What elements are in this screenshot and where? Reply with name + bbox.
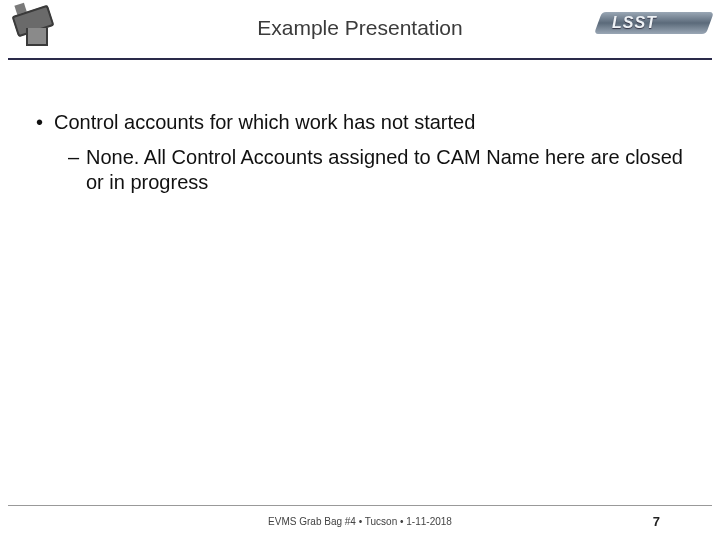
lsst-logo: LSST [598,12,710,42]
bullet-level-2: None. All Control Accounts assigned to C… [30,145,690,195]
footer: EVMS Grab Bag #4 • Tucson • 1-11-2018 7 [0,512,720,532]
bullet-1-text: Control accounts for which work has not … [54,111,475,133]
footer-text: EVMS Grab Bag #4 • Tucson • 1-11-2018 [0,516,720,527]
footer-divider [8,505,712,506]
header: Example Presentation LSST [0,0,720,56]
header-divider [8,58,712,60]
content-body: Control accounts for which work has not … [30,110,690,195]
lsst-logo-text: LSST [612,12,657,34]
lsst-logo-icon: LSST [598,12,710,34]
bullet-1-1-text: None. All Control Accounts assigned to C… [86,146,683,193]
slide: Example Presentation LSST Control accoun… [0,0,720,540]
page-number: 7 [653,514,660,529]
bullet-level-1: Control accounts for which work has not … [30,110,690,135]
